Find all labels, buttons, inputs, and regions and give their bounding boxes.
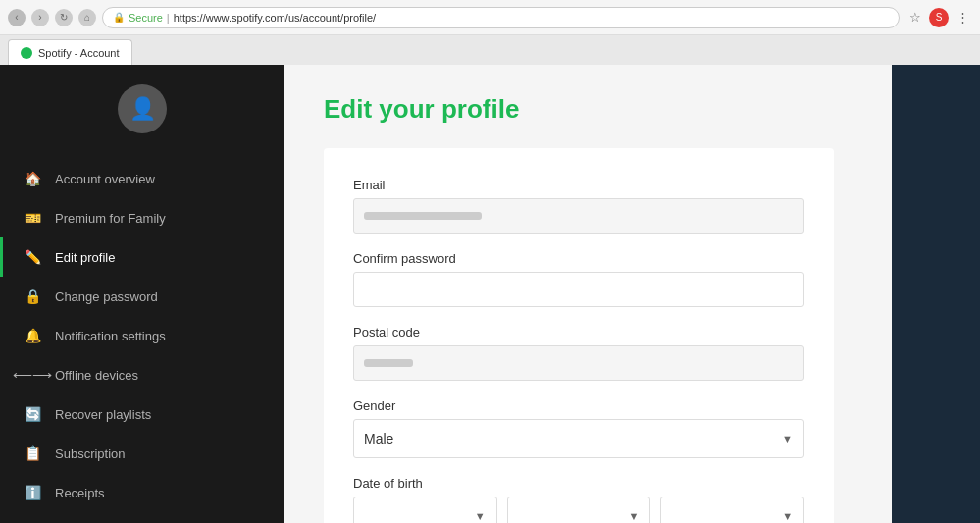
address-bar[interactable]: 🔒 Secure | https://www.spotify.com/us/ac…: [102, 7, 900, 28]
tab-label: Spotify - Account: [38, 47, 120, 59]
sidebar-item-offline-devices[interactable]: ⟵⟶ Offline devices: [0, 355, 284, 394]
edit-icon: ✏️: [24, 248, 41, 266]
sidebar-label-premium-for-family: Premium for Family: [55, 211, 166, 226]
confirm-password-label: Confirm password: [353, 251, 804, 266]
right-panel: [892, 65, 980, 523]
dob-row: ▼ ▼ ▼: [353, 497, 804, 523]
sidebar-label-change-password: Change password: [55, 289, 158, 304]
recover-icon: 🔄: [24, 405, 41, 423]
profile-button[interactable]: S: [929, 8, 949, 27]
sidebar-label-notification-settings: Notification settings: [55, 329, 166, 343]
sidebar-item-change-password[interactable]: 🔒 Change password: [0, 277, 284, 316]
avatar: 👤: [118, 84, 167, 133]
sidebar-item-edit-profile[interactable]: ✏️ Edit profile: [0, 237, 284, 277]
email-label: Email: [353, 178, 804, 192]
app-layout: 👤 🏠 Account overview 🎫 Premium for Famil…: [0, 65, 980, 523]
bell-icon: 🔔: [24, 327, 41, 344]
page-title: Edit your profile: [324, 94, 852, 125]
dob-group: Date of birth ▼ ▼: [353, 476, 804, 523]
dob-year-wrapper: ▼: [660, 497, 804, 523]
url-separator: |: [167, 12, 170, 24]
gender-group: Gender Male Female Non-binary Prefer not…: [353, 398, 804, 458]
sidebar-label-recover-playlists: Recover playlists: [55, 407, 151, 422]
lock-icon: 🔒: [113, 12, 125, 23]
avatar-icon: 👤: [129, 96, 156, 122]
postal-code-label: Postal code: [353, 325, 804, 340]
email-blur-block: [364, 212, 482, 220]
sidebar-item-notification-settings[interactable]: 🔔 Notification settings: [0, 316, 284, 355]
devices-icon: ⟵⟶: [24, 366, 41, 384]
sidebar-label-receipts: Receipts: [55, 486, 105, 500]
tab-favicon: [21, 47, 32, 59]
sidebar-label-offline-devices: Offline devices: [55, 368, 138, 383]
back-button[interactable]: ‹: [8, 9, 26, 26]
url-text: https://www.spotify.com/us/account/profi…: [174, 12, 376, 24]
dob-day-wrapper: ▼: [353, 497, 497, 523]
home-button[interactable]: ⌂: [78, 9, 96, 26]
sidebar-label-edit-profile: Edit profile: [55, 250, 115, 265]
sidebar-nav: 🏠 Account overview 🎫 Premium for Family …: [0, 159, 284, 523]
dob-year-select[interactable]: [660, 497, 804, 523]
email-group: Email: [353, 178, 804, 234]
sidebar-item-receipts[interactable]: ℹ️ Receipts: [0, 473, 284, 512]
confirm-password-group: Confirm password: [353, 251, 804, 307]
sidebar-item-premium-for-family[interactable]: 🎫 Premium for Family: [0, 198, 284, 237]
dob-month-wrapper: ▼: [507, 497, 651, 523]
email-input-blurred: [353, 198, 804, 234]
home-icon: 🏠: [24, 170, 41, 187]
gender-select-wrapper: Male Female Non-binary Prefer not to say…: [353, 419, 804, 458]
gender-label: Gender: [353, 398, 804, 413]
active-tab[interactable]: Spotify - Account: [8, 39, 132, 65]
sidebar-item-apps[interactable]: 🧩 Apps: [0, 512, 284, 523]
confirm-password-input[interactable]: [353, 272, 804, 307]
premium-icon: 🎫: [24, 209, 41, 227]
postal-code-input-blurred: [353, 345, 804, 381]
reload-button[interactable]: ↻: [55, 9, 73, 26]
browser-actions: ☆ S ⋮: [905, 8, 972, 27]
sidebar: 👤 🏠 Account overview 🎫 Premium for Famil…: [0, 65, 284, 523]
subscription-icon: 📋: [24, 445, 41, 462]
dob-label: Date of birth: [353, 476, 804, 491]
lock-nav-icon: 🔒: [24, 288, 41, 305]
dob-month-select[interactable]: [507, 497, 651, 523]
sidebar-item-account-overview[interactable]: 🏠 Account overview: [0, 159, 284, 198]
postal-code-group: Postal code: [353, 325, 804, 381]
forward-button[interactable]: ›: [31, 9, 49, 26]
dob-day-select[interactable]: [353, 497, 497, 523]
sidebar-item-recover-playlists[interactable]: 🔄 Recover playlists: [0, 394, 284, 434]
gender-select[interactable]: Male Female Non-binary Prefer not to say: [353, 419, 804, 458]
secure-label: Secure: [129, 12, 163, 24]
postal-blur-block: [364, 359, 413, 367]
form-card: Email Confirm password Postal code Gende…: [324, 148, 834, 523]
main-content: Edit your profile Email Confirm password…: [284, 65, 892, 523]
sidebar-item-subscription[interactable]: 📋 Subscription: [0, 434, 284, 473]
menu-button[interactable]: ⋮: [953, 8, 972, 27]
sidebar-label-account-overview: Account overview: [55, 172, 155, 186]
star-button[interactable]: ☆: [905, 8, 925, 27]
tab-bar: Spotify - Account: [0, 35, 980, 65]
browser-bar: ‹ › ↻ ⌂ 🔒 Secure | https://www.spotify.c…: [0, 0, 980, 35]
receipts-icon: ℹ️: [24, 484, 41, 501]
sidebar-label-subscription: Subscription: [55, 446, 126, 461]
sidebar-avatar-section: 👤: [0, 65, 284, 143]
